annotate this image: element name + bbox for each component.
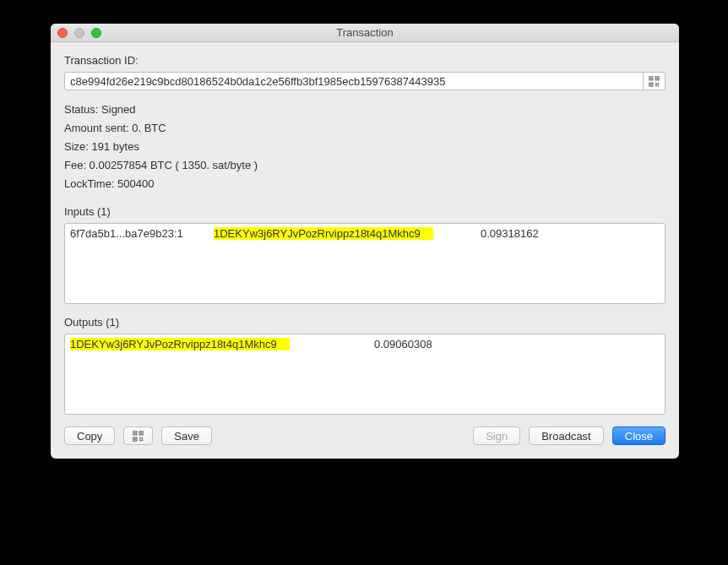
input-prevout: 6f7da5b1...ba7e9b23:1 (70, 227, 214, 240)
window-title: Transaction (51, 26, 679, 39)
txid-label: Transaction ID: (64, 54, 666, 67)
svg-rect-17 (142, 440, 144, 442)
output-row[interactable]: 1DEKYw3j6RYJvPozRrvippz18t4q1Mkhc90.0906… (70, 338, 660, 350)
fee-line: Fee: 0.00257854 BTC ( 1350. sat/byte ) (64, 156, 666, 175)
input-address: 1DEKYw3j6RYJvPozRrvippz18t4q1Mkhc9 (214, 227, 433, 240)
txid-field[interactable] (64, 72, 644, 90)
input-row[interactable]: 6f7da5b1...ba7e9b23:11DEKYw3j6RYJvPozRrv… (70, 227, 660, 240)
svg-rect-9 (658, 83, 660, 84)
titlebar[interactable]: Transaction (51, 24, 679, 42)
tx-info: Status: Signed Amount sent: 0. BTC Size:… (64, 101, 666, 193)
size-line: Size: 191 bytes (64, 138, 666, 156)
traffic-lights (51, 28, 101, 38)
svg-rect-7 (658, 84, 660, 86)
button-row: Copy Save Sign Broadcast Cl (64, 426, 666, 445)
inputs-list[interactable]: 6f7da5b1...ba7e9b23:11DEKYw3j6RYJvPozRrv… (64, 223, 666, 304)
outputs-label: Outputs (1) (64, 316, 666, 329)
svg-rect-19 (142, 437, 144, 439)
window-content: Transaction ID: Status: Signe (51, 42, 679, 459)
output-amount: 0.09060308 (374, 338, 432, 350)
sign-button: Sign (473, 426, 520, 445)
svg-rect-13 (134, 432, 136, 434)
input-amount: 0.09318162 (481, 227, 539, 240)
status-line: Status: Signed (64, 101, 666, 119)
outputs-list[interactable]: 1DEKYw3j6RYJvPozRrvippz18t4q1Mkhc90.0906… (64, 334, 666, 415)
maximize-window-button[interactable] (91, 28, 101, 38)
svg-rect-15 (134, 438, 136, 440)
svg-rect-16 (139, 437, 141, 439)
locktime-line: LockTime: 500400 (64, 175, 666, 193)
transaction-window: Transaction Transaction ID: (51, 24, 679, 459)
qr-icon (649, 76, 660, 87)
qr-button[interactable] (123, 426, 153, 445)
inputs-label: Inputs (1) (64, 205, 666, 218)
svg-rect-6 (655, 83, 657, 84)
qr-icon (133, 431, 144, 442)
save-button[interactable]: Save (161, 426, 212, 445)
svg-rect-5 (650, 84, 652, 85)
svg-rect-18 (139, 440, 141, 442)
show-qr-button[interactable] (644, 72, 666, 90)
output-address: 1DEKYw3j6RYJvPozRrvippz18t4q1Mkhc9 (70, 338, 290, 350)
close-button[interactable]: Close (612, 426, 666, 445)
copy-button[interactable]: Copy (64, 426, 115, 445)
svg-rect-14 (141, 432, 143, 434)
minimize-window-button[interactable] (74, 28, 84, 38)
close-window-button[interactable] (57, 28, 68, 38)
amount-line: Amount sent: 0. BTC (64, 119, 666, 138)
broadcast-button[interactable]: Broadcast (529, 426, 604, 445)
svg-rect-3 (650, 78, 652, 79)
txid-row (64, 72, 666, 90)
svg-rect-4 (656, 78, 658, 79)
svg-rect-8 (655, 84, 657, 86)
